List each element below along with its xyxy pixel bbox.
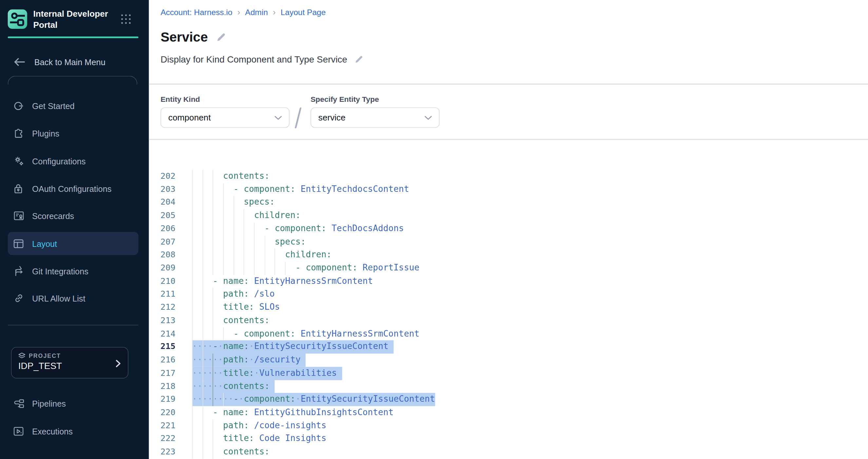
- back-label: Back to Main Menu: [34, 57, 105, 67]
- entity-type-dropdown[interactable]: service: [311, 107, 440, 128]
- code-line-206[interactable]: 206 - component: TechDocsAddons: [149, 222, 868, 235]
- sidebar-item-configurations[interactable]: Configurations: [8, 149, 138, 172]
- entity-kind-value: component: [168, 112, 211, 123]
- line-number: 204: [149, 196, 176, 209]
- code-line-216[interactable]: 216······path:·/security: [149, 354, 868, 367]
- get-started-icon: [13, 100, 28, 111]
- chevron-down-icon: [425, 115, 432, 120]
- executions-icon: [13, 426, 28, 437]
- sidebar-item-executions[interactable]: Executions: [8, 419, 138, 442]
- app-window: Internal Developer Portal Back to Main M…: [0, 0, 868, 459]
- menu-section-divider: [8, 76, 137, 85]
- breadcrumb-separator: ›: [273, 7, 276, 17]
- sidebar-item-scorecards[interactable]: Scorecards: [8, 204, 138, 228]
- configurations-icon: [13, 156, 28, 167]
- sidebar-item-url-allow-list[interactable]: URL Allow List: [8, 287, 138, 310]
- code-line-207[interactable]: 207 specs:: [149, 235, 868, 249]
- edit-subtitle-pencil-icon[interactable]: [354, 55, 363, 64]
- breadcrumb-link[interactable]: Admin: [245, 7, 268, 17]
- code-line-212[interactable]: 212 title: SLOs: [149, 301, 868, 314]
- entity-kind-dropdown[interactable]: component: [160, 107, 289, 128]
- code-line-223[interactable]: 223 contents:: [149, 446, 868, 459]
- line-number: 212: [149, 301, 176, 314]
- layers-icon: [18, 353, 26, 359]
- slash-divider: [295, 107, 302, 128]
- line-number: 222: [149, 432, 176, 446]
- line-number: 221: [149, 419, 176, 432]
- code-line-215[interactable]: 215····-·name:·EntitySecurityIssueConten…: [149, 340, 868, 354]
- line-number: 202: [149, 170, 176, 183]
- code-line-210[interactable]: 210 - name: EntityHarnessSrmContent: [149, 275, 868, 288]
- code-line-204[interactable]: 204 specs:: [149, 196, 868, 209]
- sidebar-item-label: Configurations: [32, 156, 86, 166]
- code-line-208[interactable]: 208 children:: [149, 249, 868, 262]
- sidebar-item-layout[interactable]: Layout: [8, 232, 138, 255]
- line-number: 209: [149, 262, 176, 275]
- git-branch-icon: [13, 265, 28, 276]
- divider: [149, 84, 868, 85]
- line-number: 214: [149, 327, 176, 340]
- line-number: 223: [149, 446, 176, 459]
- code-line-205[interactable]: 205 children:: [149, 209, 868, 222]
- line-number: 215: [149, 340, 176, 354]
- line-number: 217: [149, 367, 176, 380]
- code-line-218[interactable]: 218······contents:: [149, 380, 868, 393]
- project-name: IDP_TEST: [18, 361, 121, 371]
- sidebar-divider: [8, 325, 138, 325]
- app-grid-icon[interactable]: [121, 14, 131, 24]
- line-number: 203: [149, 183, 176, 196]
- edit-title-pencil-icon[interactable]: [216, 32, 226, 42]
- app-title: Internal Developer Portal: [33, 8, 117, 30]
- yaml-editor[interactable]: 202 contents:203 - component: EntityTech…: [149, 170, 868, 459]
- code-line-217[interactable]: 217······title:·Vulnerabilities: [149, 367, 868, 380]
- sidebar-item-plugins[interactable]: Plugins: [8, 122, 138, 145]
- line-number: 216: [149, 354, 176, 367]
- plugins-icon: [13, 128, 28, 139]
- layout-icon: [13, 238, 28, 249]
- sidebar-item-git-integrations[interactable]: Git Integrations: [8, 260, 138, 283]
- sidebar-item-label: Pipelines: [32, 399, 66, 408]
- arrow-left-icon: [13, 58, 26, 66]
- line-number: 213: [149, 314, 176, 327]
- code-line-213[interactable]: 213 contents:: [149, 314, 868, 327]
- link-icon: [13, 293, 28, 304]
- sidebar-item-get-started[interactable]: Get Started: [8, 94, 138, 117]
- code-line-202[interactable]: 202 contents:: [149, 170, 868, 183]
- sidebar-item-label: Layout: [32, 239, 57, 248]
- sidebar-item-oauth-configurations[interactable]: OAuth Configurations: [8, 177, 138, 200]
- project-selector[interactable]: PROJECT IDP_TEST: [11, 347, 128, 379]
- breadcrumb: Account: Harness.io›Admin›Layout Page: [160, 7, 326, 17]
- back-to-main-menu-button[interactable]: Back to Main Menu: [8, 51, 138, 74]
- sidebar-item-label: Executions: [32, 426, 73, 436]
- sidebar-item-label: URL Allow List: [32, 294, 86, 303]
- code-line-220[interactable]: 220 - name: EntityGithubInsightsContent: [149, 406, 868, 419]
- sidebar-item-pipelines[interactable]: Pipelines: [8, 392, 138, 415]
- breadcrumb-link[interactable]: Layout Page: [281, 7, 326, 17]
- code-line-209[interactable]: 209 - component: ReportIssue: [149, 262, 868, 275]
- page-subtitle: Display for Kind Component and Type Serv…: [160, 54, 347, 65]
- entity-type-value: service: [318, 112, 346, 123]
- code-line-221[interactable]: 221 path: /code-insights: [149, 419, 868, 432]
- chevron-right-icon: [116, 360, 121, 370]
- code-line-214[interactable]: 214 - component: EntityHarnessSrmContent: [149, 327, 868, 340]
- pipelines-icon: [13, 398, 28, 409]
- code-line-203[interactable]: 203 - component: EntityTechdocsContent: [149, 183, 868, 196]
- entity-type-label: Specify Entity Type: [311, 95, 379, 103]
- sidebar-item-label: OAuth Configurations: [32, 184, 112, 194]
- sidebar-item-label: Get Started: [32, 101, 75, 110]
- sidebar-item-label: Git Integrations: [32, 266, 88, 276]
- breadcrumb-link[interactable]: Account: Harness.io: [160, 7, 232, 17]
- accent-divider: [8, 37, 138, 38]
- code-line-222[interactable]: 222 title: Code Insights: [149, 432, 868, 446]
- code-line-211[interactable]: 211 path: /slo: [149, 288, 868, 301]
- chevron-down-icon: [275, 115, 282, 120]
- page-title: Service: [160, 29, 208, 45]
- entity-kind-label: Entity Kind: [160, 95, 200, 103]
- line-number: 220: [149, 406, 176, 419]
- line-number: 206: [149, 222, 176, 235]
- line-number: 208: [149, 249, 176, 262]
- code-line-219[interactable]: 219········-·component:·EntitySecurityIs…: [149, 393, 868, 406]
- line-number: 211: [149, 288, 176, 301]
- sidebar: Internal Developer Portal Back to Main M…: [0, 0, 149, 459]
- line-number: 210: [149, 275, 176, 288]
